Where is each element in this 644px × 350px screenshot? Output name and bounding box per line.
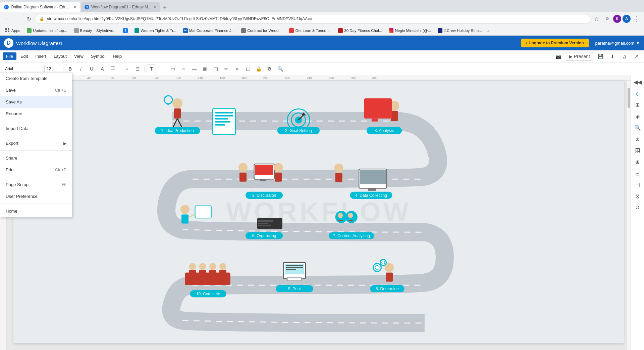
bookmark-corporate[interactable]: M Mal Corporate Finance J... [180, 28, 237, 34]
svg-text:120: 120 [176, 76, 181, 80]
fill-tool[interactable]: ◫ [211, 64, 220, 73]
search-sidebar-button[interactable]: 🔍 [632, 122, 643, 133]
text-tool[interactable]: T [147, 64, 156, 73]
font-family-input[interactable] [3, 65, 43, 73]
data-button[interactable]: ⊛ [632, 134, 643, 144]
search-tool[interactable]: 🔍 [275, 64, 285, 73]
bookmark-jcrew[interactable]: J.Crew Holiday Strip... [435, 28, 485, 34]
profile-icon-a[interactable]: A [623, 15, 631, 23]
file-menu-save[interactable]: Save Ctrl+S [0, 84, 72, 96]
new-tab-button[interactable]: + [160, 3, 169, 12]
fullscreen-button[interactable]: ⊠ [632, 191, 643, 202]
rect-tool[interactable]: ▭ [168, 64, 177, 73]
tab-2-close[interactable]: × [153, 5, 156, 9]
bookmark-2-icon [27, 28, 32, 33]
save-cloud-icon[interactable]: 💾 [596, 52, 605, 61]
bold-button[interactable]: B [65, 64, 75, 73]
bookmark-apps[interactable]: Apps [3, 28, 23, 34]
upgrade-button[interactable]: • Upgrade to Premium Version [521, 39, 588, 47]
bookmark-fb[interactable]: f [120, 28, 130, 34]
tab-2[interactable]: D Workflow Diagram01 - Edraw M... × [80, 2, 160, 12]
layers-button[interactable]: ◈ [632, 111, 643, 122]
present-button[interactable]: ▶ Present [566, 52, 593, 61]
network-button[interactable]: ⊕ [632, 157, 643, 167]
profile-icon-k[interactable]: K [613, 15, 621, 23]
connection-button[interactable]: ⊣ [632, 179, 643, 190]
share-icon[interactable]: ↗ [632, 52, 641, 61]
connector-tool[interactable]: ⌐ [157, 64, 167, 73]
svg-text:80: 80 [132, 76, 136, 80]
italic-button[interactable]: I [76, 64, 86, 73]
menu-insert[interactable]: Insert [32, 52, 50, 60]
font-size-input[interactable] [44, 65, 61, 73]
screenshot-icon[interactable]: 📷 [554, 52, 563, 61]
bookmark-2[interactable]: Updated list of top... [24, 28, 70, 34]
menu-help[interactable]: Help [109, 52, 125, 60]
file-menu-create-template[interactable]: Create from Template [0, 73, 72, 84]
menu-edit[interactable]: Edit [17, 52, 31, 60]
tab-1[interactable]: D Online Diagram Software - Edraw... × [0, 2, 80, 12]
svg-text:7. Content Analyzing: 7. Content Analyzing [333, 233, 370, 238]
file-menu-export[interactable]: Export ▶ [0, 137, 72, 149]
print-icon[interactable]: 🖨 [620, 52, 629, 61]
page-button[interactable]: ⊞ [632, 99, 643, 110]
ellipse-tool[interactable]: ○ [179, 64, 188, 73]
image-button[interactable]: 🖼 [632, 145, 643, 156]
bookmark-instagram[interactable]: Negin Mirsalehi (@... [386, 28, 434, 34]
file-menu-print[interactable]: Print Ctrl+P [0, 164, 72, 176]
forward-button[interactable]: → [13, 14, 23, 24]
history-button[interactable]: ↺ [632, 202, 643, 213]
svg-text:4. Data Collecting: 4. Data Collecting [355, 193, 387, 198]
menu-file[interactable]: File [3, 52, 16, 60]
align-button-2[interactable]: ☰ [133, 64, 142, 73]
bookmarks-more[interactable]: » [487, 28, 490, 33]
bookmark-30day[interactable]: 30 Day Fitness Chal... [335, 28, 385, 34]
file-menu-user-preference[interactable]: User Preference [0, 190, 72, 202]
collapse-panel-button[interactable]: ◀◀ [632, 77, 643, 87]
back-button[interactable]: ← [3, 14, 12, 24]
align-left-button[interactable]: ≡ [122, 64, 131, 73]
tab-1-close[interactable]: × [74, 5, 76, 9]
crop-tool[interactable]: ⊠ [200, 64, 210, 73]
file-menu-home[interactable]: Home [0, 205, 72, 217]
scrollbar-thumb[interactable] [628, 88, 630, 108]
settings-tool[interactable]: ⚙ [265, 64, 274, 73]
brush-tool[interactable]: ≈ [232, 64, 242, 73]
bookmark-women-tights[interactable]: Women Tights & Tr... [132, 28, 179, 34]
menu-layout[interactable]: Layout [50, 52, 70, 60]
canvas-content[interactable]: WORKFLOW [13, 81, 624, 343]
map-button[interactable]: ⊟ [632, 168, 643, 179]
download-icon[interactable]: ⬇ [608, 52, 617, 61]
svg-rect-48 [364, 98, 392, 119]
svg-text:240: 240 [307, 76, 312, 80]
file-menu-import[interactable]: Import Data [0, 123, 72, 134]
svg-rect-108 [181, 215, 189, 224]
bookmark-star-icon[interactable]: ☆ [592, 14, 601, 24]
vertical-scrollbar[interactable] [627, 81, 631, 350]
pen-tool[interactable]: ✏ [222, 64, 231, 73]
home-label: Home [6, 209, 17, 214]
menu-view[interactable]: View [71, 52, 87, 60]
address-bar[interactable]: 🔒 edrawmax.com/online/app.html?y0/KUjV2K… [35, 14, 590, 24]
file-menu-rename[interactable]: Rename [0, 108, 72, 120]
line-tool[interactable]: — [190, 64, 199, 73]
eraser-tool[interactable]: ◻ [243, 64, 253, 73]
reload-button[interactable]: ↻ [24, 14, 34, 24]
lock-tool[interactable]: 🔒 [254, 64, 263, 73]
right-sidebar: ◀◀ ◇ ⊞ ◈ 🔍 ⊛ 🖼 ⊕ ⊟ ⊣ ⊠ ↺ [631, 75, 644, 350]
underline-button[interactable]: U [87, 64, 96, 73]
font-color-button[interactable]: A [98, 64, 107, 73]
bookmark-contract[interactable]: Contract for Weddi... [238, 28, 285, 34]
more-options-icon[interactable]: ⋮ [632, 14, 641, 24]
format-button[interactable]: ◇ [632, 88, 643, 99]
bookmark-3[interactable]: Beauty – Styledrive... [71, 28, 119, 34]
file-menu-save-as[interactable]: Save As [0, 96, 72, 108]
separator-1 [0, 121, 72, 121]
strikethrough-button[interactable]: T̶ [108, 64, 118, 73]
file-menu-share[interactable]: Share [0, 152, 72, 164]
extensions-icon[interactable]: ⚙ [602, 14, 612, 24]
file-menu-page-setup[interactable]: Page Setup F6 [0, 179, 72, 190]
user-menu[interactable]: paratha@gmail.com ▼ [595, 41, 640, 46]
menu-symbol[interactable]: Symbol [88, 52, 109, 60]
bookmark-getlean[interactable]: Get Lean & Toned i... [286, 28, 334, 34]
